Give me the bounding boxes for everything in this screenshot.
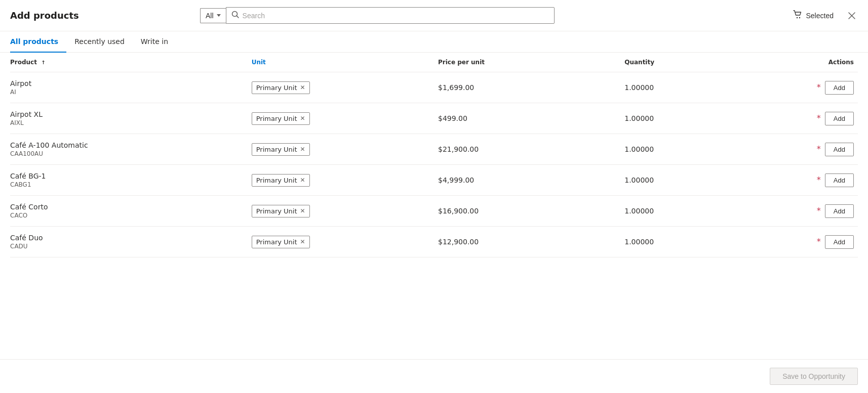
actions-cell: * Add: [773, 72, 858, 103]
quantity-value: 1.00000: [624, 238, 654, 246]
product-code: CABG1: [10, 181, 244, 188]
modal-footer: Save to Opportunity: [0, 359, 868, 393]
product-name: Café BG-1: [10, 172, 244, 180]
filter-label: All: [206, 12, 214, 20]
unit-label: Primary Unit: [256, 207, 297, 215]
header-right: Selected: [789, 8, 858, 23]
sort-arrow-icon: ↑: [41, 60, 45, 65]
col-header-quantity: Quantity: [620, 53, 773, 72]
search-icon: [231, 11, 240, 20]
product-cell: Café Corto CACO: [10, 196, 248, 227]
quantity-cell: 1.00000: [620, 227, 773, 257]
required-indicator: *: [817, 145, 821, 153]
close-button[interactable]: [846, 10, 858, 22]
unit-remove-icon[interactable]: ✕: [300, 177, 305, 183]
add-product-button[interactable]: Add: [825, 81, 854, 95]
quantity-cell: 1.00000: [620, 103, 773, 134]
price-cell: $12,900.00: [434, 227, 620, 257]
product-cell: Airpot AI: [10, 72, 248, 103]
product-cell: Café Duo CADU: [10, 227, 248, 257]
selected-label: Selected: [806, 12, 834, 20]
price-cell: $1,699.00: [434, 72, 620, 103]
unit-cell: Primary Unit ✕: [248, 72, 434, 103]
unit-tag: Primary Unit ✕: [252, 236, 310, 248]
modal-header: Add products All: [0, 0, 868, 31]
unit-cell: Primary Unit ✕: [248, 165, 434, 196]
unit-tag: Primary Unit ✕: [252, 81, 310, 94]
product-code: CAA100AU: [10, 150, 244, 157]
unit-cell: Primary Unit ✕: [248, 134, 434, 165]
product-cell: Café A-100 Automatic CAA100AU: [10, 134, 248, 165]
product-name: Airpot: [10, 79, 244, 88]
product-name: Café Duo: [10, 234, 244, 242]
table-header-row: Product ↑ Unit Price per unit Quantity A…: [10, 53, 858, 72]
table-row: Airpot AI Primary Unit ✕ $1,699.00 1.000…: [10, 72, 858, 103]
unit-remove-icon[interactable]: ✕: [300, 115, 305, 121]
table-row: Airpot XL AIXL Primary Unit ✕ $499.00 1.…: [10, 103, 858, 134]
search-filter-dropdown[interactable]: All: [200, 8, 226, 23]
add-product-button[interactable]: Add: [825, 235, 854, 249]
price-cell: $16,900.00: [434, 196, 620, 227]
unit-label: Primary Unit: [256, 177, 297, 184]
tab-write-in[interactable]: Write in: [133, 31, 176, 53]
quantity-cell: 1.00000: [620, 165, 773, 196]
quantity-cell: 1.00000: [620, 134, 773, 165]
search-input[interactable]: [243, 12, 549, 20]
product-cell: Airpot XL AIXL: [10, 103, 248, 134]
product-name: Café A-100 Automatic: [10, 141, 244, 149]
chevron-down-icon: [217, 14, 221, 17]
tab-bar: All products Recently used Write in: [0, 31, 868, 53]
add-product-button[interactable]: Add: [825, 143, 854, 156]
unit-remove-icon[interactable]: ✕: [300, 84, 305, 91]
col-header-actions: Actions: [773, 53, 858, 72]
quantity-value: 1.00000: [624, 176, 654, 184]
price-value: $4,999.00: [438, 176, 474, 184]
col-header-product[interactable]: Product ↑: [10, 53, 248, 72]
required-indicator: *: [817, 83, 821, 92]
required-indicator: *: [817, 207, 821, 215]
table-row: Café BG-1 CABG1 Primary Unit ✕ $4,999.00…: [10, 165, 858, 196]
unit-tag: Primary Unit ✕: [252, 205, 310, 217]
products-table: Product ↑ Unit Price per unit Quantity A…: [10, 53, 858, 257]
actions-cell: * Add: [773, 103, 858, 134]
product-code: AI: [10, 89, 244, 96]
add-product-button[interactable]: Add: [825, 204, 854, 218]
svg-point-3: [799, 17, 800, 18]
svg-line-1: [236, 16, 239, 18]
price-value: $16,900.00: [438, 207, 479, 215]
products-table-wrapper: Product ↑ Unit Price per unit Quantity A…: [0, 53, 868, 359]
quantity-value: 1.00000: [624, 207, 654, 215]
table-row: Café A-100 Automatic CAA100AU Primary Un…: [10, 134, 858, 165]
quantity-cell: 1.00000: [620, 196, 773, 227]
required-indicator: *: [817, 114, 821, 122]
product-code: AIXL: [10, 119, 244, 126]
tab-all-products[interactable]: All products: [10, 31, 66, 53]
unit-remove-icon[interactable]: ✕: [300, 146, 305, 152]
unit-tag: Primary Unit ✕: [252, 174, 310, 187]
product-name: Airpot XL: [10, 110, 244, 118]
selected-button[interactable]: Selected: [789, 8, 838, 23]
unit-label: Primary Unit: [256, 146, 297, 153]
unit-cell: Primary Unit ✕: [248, 227, 434, 257]
actions-cell: * Add: [773, 227, 858, 257]
search-input-wrapper: [226, 7, 555, 24]
col-header-unit: Unit: [248, 53, 434, 72]
actions-cell: * Add: [773, 196, 858, 227]
add-product-button[interactable]: Add: [825, 173, 854, 187]
tab-recently-used[interactable]: Recently used: [66, 31, 133, 53]
add-product-button[interactable]: Add: [825, 112, 854, 125]
svg-point-2: [796, 17, 797, 18]
price-value: $21,900.00: [438, 145, 479, 153]
unit-label: Primary Unit: [256, 115, 297, 122]
product-cell: Café BG-1 CABG1: [10, 165, 248, 196]
save-to-opportunity-button[interactable]: Save to Opportunity: [770, 368, 858, 385]
price-cell: $21,900.00: [434, 134, 620, 165]
unit-remove-icon[interactable]: ✕: [300, 239, 305, 245]
required-indicator: *: [817, 238, 821, 246]
unit-tag: Primary Unit ✕: [252, 143, 310, 156]
unit-remove-icon[interactable]: ✕: [300, 208, 305, 214]
product-name: Café Corto: [10, 203, 244, 211]
quantity-value: 1.00000: [624, 145, 654, 153]
product-code: CADU: [10, 243, 244, 250]
unit-label: Primary Unit: [256, 84, 297, 92]
